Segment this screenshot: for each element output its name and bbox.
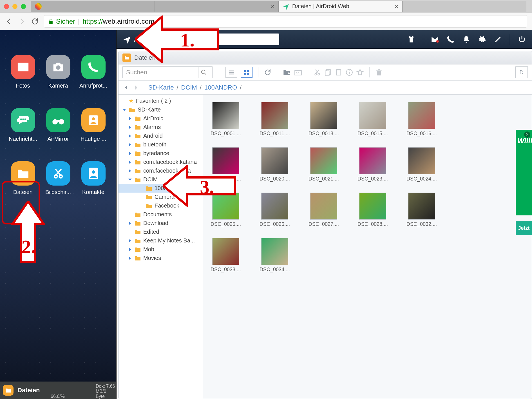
thumbnail[interactable]: DSC_0032.... bbox=[405, 193, 438, 227]
thumbnail[interactable]: DSC_0016.... bbox=[405, 102, 438, 137]
forward-icon[interactable] bbox=[18, 17, 26, 25]
tree-item[interactable]: 100ANDRO bbox=[119, 184, 203, 193]
tree-item[interactable]: Facebook bbox=[119, 201, 203, 210]
folder-icon bbox=[134, 177, 141, 182]
bell-icon[interactable] bbox=[462, 35, 470, 43]
search-icon[interactable] bbox=[198, 66, 209, 78]
mail-icon[interactable] bbox=[431, 35, 439, 43]
tree-item[interactable]: Alarms bbox=[119, 123, 203, 131]
trash-icon[interactable] bbox=[375, 69, 383, 76]
secure-label: Sicher bbox=[56, 17, 75, 25]
crumb[interactable]: DCIM bbox=[181, 84, 197, 91]
thumbnail[interactable]: DSC_0015.... bbox=[356, 102, 389, 137]
tab-1[interactable] bbox=[31, 1, 155, 12]
app-anrufprot[interactable]: Anrufprot... bbox=[77, 55, 110, 89]
tree-item[interactable]: DCIM bbox=[119, 175, 203, 184]
folder-icon[interactable] bbox=[3, 385, 14, 396]
tab-4[interactable] bbox=[403, 1, 526, 12]
close-icon[interactable] bbox=[4, 4, 9, 9]
close-icon[interactable]: × bbox=[524, 131, 530, 138]
ad-search-input[interactable]: Search bbox=[167, 34, 279, 45]
crumb[interactable]: SD-Karte bbox=[148, 84, 174, 91]
window-controls[interactable] bbox=[4, 4, 26, 9]
thumbnail[interactable]: DSC_0021.... bbox=[307, 147, 340, 182]
thumbnail[interactable]: DSC_0033.... bbox=[209, 238, 242, 273]
gear-icon[interactable] bbox=[478, 35, 486, 43]
view-list-button[interactable] bbox=[225, 67, 237, 78]
thumbnail[interactable]: DSC_0028.... bbox=[356, 193, 389, 227]
thumbnail[interactable]: DSC_0034.... bbox=[258, 238, 291, 273]
rename-icon[interactable]: ab bbox=[294, 69, 302, 76]
tree-item[interactable]: Documents bbox=[119, 210, 203, 219]
app-kamera[interactable]: Kamera bbox=[41, 55, 75, 89]
tree-item[interactable]: Keep My Notes Ba... bbox=[119, 236, 203, 245]
maximize-icon[interactable] bbox=[21, 4, 26, 9]
tree-item[interactable]: AirDroid bbox=[119, 114, 203, 123]
thumbnail[interactable]: DSC_0001.... bbox=[209, 102, 242, 137]
folder-tree[interactable]: ★ Favoriten ( 2 ) SD-Karte AirDroidAlarm… bbox=[119, 95, 203, 399]
app-kontakte[interactable]: Kontakte bbox=[77, 161, 110, 195]
pencil-icon[interactable] bbox=[494, 35, 502, 43]
thumbnail[interactable]: DSC_0026.... bbox=[258, 193, 291, 227]
thumbnail-name: DSC_0024.... bbox=[406, 176, 437, 182]
thumbnail[interactable]: DSC_0017.... bbox=[209, 147, 242, 182]
svg-rect-19 bbox=[337, 69, 340, 70]
reload-icon[interactable] bbox=[31, 17, 39, 25]
refresh-icon[interactable] bbox=[264, 69, 271, 76]
close-icon[interactable]: × bbox=[271, 3, 274, 10]
close-icon[interactable]: × bbox=[395, 3, 398, 10]
tree-item[interactable]: Mob bbox=[119, 245, 203, 254]
tree-item[interactable]: Download bbox=[119, 219, 203, 228]
crumb[interactable]: 100ANDRO bbox=[204, 84, 237, 91]
tree-item[interactable]: Edited bbox=[119, 228, 203, 236]
thumbnail[interactable]: DSC_0011.... bbox=[258, 102, 291, 137]
tree-item[interactable]: com.facebook.katana bbox=[119, 158, 203, 166]
thumbnail[interactable]: DSC_0023.... bbox=[356, 147, 389, 182]
tree-item[interactable]: Camera bbox=[119, 193, 203, 201]
info-icon[interactable] bbox=[346, 69, 353, 76]
tree-favoriten[interactable]: ★ Favoriten ( 2 ) bbox=[119, 96, 203, 105]
tab-2[interactable]: × bbox=[155, 1, 279, 12]
copy-icon[interactable] bbox=[324, 69, 332, 76]
thumbnail[interactable]: DSC_0027.... bbox=[307, 193, 340, 227]
back-icon[interactable] bbox=[5, 17, 13, 25]
thumbnail[interactable]: DSC_0024.... bbox=[405, 147, 438, 182]
view-grid-button[interactable] bbox=[241, 67, 252, 78]
app-bildschir[interactable]: Bildschir... bbox=[41, 161, 75, 195]
tree-item[interactable]: bluetooth bbox=[119, 140, 203, 149]
app-airmirror[interactable]: AirMirror bbox=[41, 108, 75, 142]
tree-item[interactable]: com.facebook.orca bbox=[119, 166, 203, 175]
back-icon[interactable] bbox=[123, 84, 130, 91]
svg-point-2 bbox=[20, 119, 22, 120]
app-nachricht[interactable]: Nachricht... bbox=[6, 108, 40, 142]
thumbnail[interactable]: DSC_0025.... bbox=[209, 193, 242, 227]
ad-cta-button[interactable]: Jetzt bbox=[516, 221, 532, 235]
cut-icon[interactable] bbox=[314, 69, 321, 76]
tree-item[interactable]: bytedance bbox=[119, 149, 203, 158]
ad-banner[interactable]: × Willkommen bbox=[516, 130, 532, 215]
app-fotos[interactable]: Fotos bbox=[6, 55, 40, 89]
shirt-icon[interactable] bbox=[407, 35, 415, 43]
star-icon[interactable] bbox=[356, 69, 364, 76]
paste-icon[interactable] bbox=[335, 69, 342, 76]
thumbnail[interactable]: DSC_0013.... bbox=[307, 102, 340, 137]
power-icon[interactable] bbox=[518, 35, 526, 43]
caret-right-icon bbox=[128, 160, 132, 164]
new-folder-icon[interactable] bbox=[283, 69, 291, 76]
app-label: Nachricht... bbox=[9, 136, 37, 142]
forward-icon[interactable] bbox=[133, 84, 139, 91]
favicon-icon bbox=[35, 3, 42, 10]
phone-icon[interactable] bbox=[447, 35, 455, 43]
download-button[interactable]: D bbox=[515, 66, 528, 78]
tree-root[interactable]: SD-Karte bbox=[119, 105, 203, 114]
file-search-input[interactable]: Suchen bbox=[122, 66, 213, 78]
minimize-icon[interactable] bbox=[12, 4, 17, 9]
tree-item[interactable]: Android bbox=[119, 131, 203, 140]
tree-item[interactable]: Movies bbox=[119, 254, 203, 262]
tab-3[interactable]: Dateien | AirDroid Web × bbox=[279, 1, 403, 12]
url-input[interactable]: Sicher | https://web.airdroid.com bbox=[44, 15, 527, 28]
app-hufige[interactable]: Häufige ... bbox=[77, 108, 110, 142]
thumbnail[interactable]: DSC_0020.... bbox=[258, 147, 291, 182]
thumbnails-area[interactable]: DSC_0001.... DSC_0011.... DSC_0013.... D… bbox=[203, 95, 532, 399]
airdroid-logo[interactable]: AirDroid bbox=[123, 35, 160, 44]
